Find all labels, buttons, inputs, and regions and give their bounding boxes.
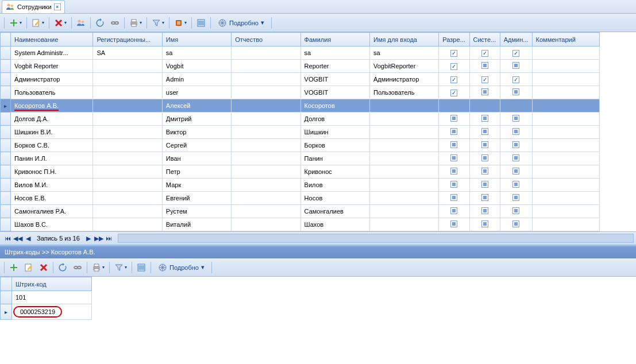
checkbox[interactable]: [481, 88, 488, 95]
table-row[interactable]: Панин И.Л.ИванПанин: [1, 152, 600, 165]
cell-login[interactable]: [369, 192, 438, 205]
cell-sys[interactable]: [469, 192, 500, 205]
cell-login[interactable]: [369, 205, 438, 218]
cell-first[interactable]: Рустем: [162, 205, 231, 218]
cell-comment[interactable]: [532, 126, 599, 139]
checkbox[interactable]: [481, 76, 488, 83]
cell-comment[interactable]: [532, 152, 599, 165]
table-row[interactable]: Кривонос П.Н.ПетрКривонос: [1, 165, 600, 179]
checkbox[interactable]: [481, 141, 488, 148]
table-row[interactable]: Борков С.В.СергейБорков: [1, 139, 600, 152]
cell-name[interactable]: Панин И.Л.: [11, 152, 93, 165]
cell-admin[interactable]: [500, 179, 532, 192]
cell-name[interactable]: Шишкин В.И.: [11, 126, 93, 139]
cell-perm[interactable]: [439, 205, 469, 218]
cell-middle[interactable]: [232, 192, 300, 205]
cell-admin[interactable]: [500, 113, 532, 126]
checkbox[interactable]: [512, 62, 519, 69]
checkbox[interactable]: [481, 220, 488, 227]
checkbox[interactable]: [512, 115, 519, 122]
nav-prev[interactable]: ◀: [23, 235, 33, 242]
checkbox[interactable]: [512, 220, 519, 227]
nav-prevpage[interactable]: ◀◀: [13, 235, 23, 242]
cell-name[interactable]: Долгов Д.А.: [11, 113, 93, 126]
cell-reg[interactable]: [93, 152, 162, 165]
cell-name[interactable]: Косоротов А.В.: [11, 99, 93, 113]
checkbox[interactable]: [450, 115, 457, 122]
cell-middle[interactable]: [232, 86, 300, 99]
cell-name[interactable]: Администратор: [11, 73, 93, 86]
cell-middle[interactable]: [232, 73, 300, 86]
detail-refresh-button[interactable]: [56, 261, 70, 274]
cell-login[interactable]: [369, 179, 438, 192]
cell-first[interactable]: Сергей: [162, 139, 231, 152]
cell-name[interactable]: Vogbit Reporter: [11, 60, 93, 73]
delete-button[interactable]: ▾: [52, 16, 69, 30]
cell-comment[interactable]: [532, 113, 599, 126]
checkbox[interactable]: [450, 141, 457, 148]
cell-name[interactable]: Шахов В.С.: [11, 218, 93, 231]
cell-first[interactable]: Иван: [162, 152, 231, 165]
cell-last[interactable]: VOGBIT: [300, 86, 369, 99]
cell-admin[interactable]: [500, 86, 532, 99]
cell-last[interactable]: VOGBIT: [300, 73, 369, 86]
detail-edit-button[interactable]: [22, 261, 36, 274]
cell-reg[interactable]: [93, 60, 162, 73]
checkbox[interactable]: [450, 168, 457, 175]
col-middle[interactable]: Отчество: [232, 33, 300, 47]
cell-sys[interactable]: [469, 99, 500, 113]
cell-sys[interactable]: [469, 139, 500, 152]
cell-admin[interactable]: [500, 152, 532, 165]
cell-perm[interactable]: [439, 47, 469, 60]
cell-reg[interactable]: [93, 139, 162, 152]
cell-comment[interactable]: [532, 165, 599, 179]
barcode-button[interactable]: [194, 16, 208, 30]
cell-name[interactable]: Самонгалиев Р.А.: [11, 205, 93, 218]
checkbox[interactable]: [450, 181, 457, 188]
refresh-button[interactable]: [93, 16, 107, 30]
cell-name[interactable]: Пользователь: [11, 86, 93, 99]
cell-perm[interactable]: [439, 86, 469, 99]
details-button[interactable]: Подробно ▾: [213, 16, 269, 30]
tab-close-button[interactable]: ×: [54, 3, 61, 10]
checkbox[interactable]: [450, 220, 457, 227]
checkbox[interactable]: [512, 168, 519, 175]
cell-admin[interactable]: [500, 139, 532, 152]
cell-comment[interactable]: [532, 60, 599, 73]
cell-reg[interactable]: [93, 205, 162, 218]
cell-reg[interactable]: [93, 179, 162, 192]
cell-login[interactable]: [369, 126, 438, 139]
col-name[interactable]: Наименование: [11, 33, 93, 47]
cell-reg[interactable]: [93, 165, 162, 179]
cell-login[interactable]: sa: [369, 47, 438, 60]
cell-first[interactable]: Петр: [162, 165, 231, 179]
cell-reg[interactable]: [93, 113, 162, 126]
cell-first[interactable]: Дмитрий: [162, 113, 231, 126]
table-row[interactable]: ▸ 0000253219: [1, 304, 92, 320]
cell-last[interactable]: Шишкин: [300, 126, 369, 139]
table-row[interactable]: АдминистраторAdminVOGBITАдминистратор: [1, 73, 600, 86]
col-last[interactable]: Фамилия: [300, 33, 369, 47]
tab-employees[interactable]: Сотрудники ×: [2, 0, 65, 13]
cell-comment[interactable]: [532, 205, 599, 218]
checkbox[interactable]: [481, 115, 488, 122]
checkbox[interactable]: [512, 88, 519, 95]
cell-first[interactable]: user: [162, 86, 231, 99]
cell-middle[interactable]: [232, 47, 300, 60]
checkbox[interactable]: [481, 181, 488, 188]
cell-first[interactable]: Алексей: [162, 99, 231, 113]
cell-perm[interactable]: [439, 73, 469, 86]
barcode-table[interactable]: Штрих-код 101 ▸ 0000253219: [0, 277, 92, 320]
checkbox[interactable]: [481, 102, 488, 109]
checkbox[interactable]: [450, 207, 457, 214]
cell-comment[interactable]: [532, 99, 599, 113]
cell-middle[interactable]: [232, 99, 300, 113]
cell-sys[interactable]: [469, 86, 500, 99]
link-button[interactable]: [108, 16, 122, 30]
barcode-cell[interactable]: 0000253219: [12, 304, 92, 320]
cell-sys[interactable]: [469, 218, 500, 231]
cell-perm[interactable]: [439, 192, 469, 205]
cell-comment[interactable]: [532, 139, 599, 152]
cell-admin[interactable]: [500, 99, 532, 113]
table-row[interactable]: Долгов Д.А.ДмитрийДолгов: [1, 113, 600, 126]
